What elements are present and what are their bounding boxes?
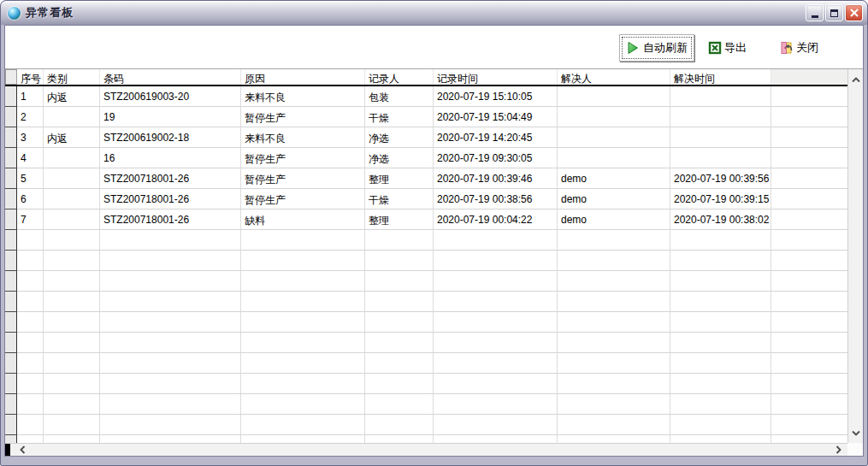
cell-reason[interactable] <box>241 312 365 333</box>
cell-barcode[interactable] <box>100 415 241 435</box>
cell-record_time[interactable] <box>434 353 558 374</box>
cell-resolver[interactable]: demo <box>558 168 670 189</box>
cell-reason[interactable] <box>241 415 365 435</box>
cell-reason[interactable] <box>241 394 365 415</box>
cell-category[interactable]: 内返 <box>44 127 100 148</box>
cell-barcode[interactable] <box>100 435 241 443</box>
cell-reason[interactable] <box>241 230 365 251</box>
cell-category[interactable] <box>44 189 100 209</box>
cell-resolve_time[interactable] <box>670 251 771 271</box>
cell-no[interactable]: 4 <box>17 148 44 168</box>
header-cell-record_time[interactable]: 记录时间 <box>434 69 558 85</box>
cell-reason[interactable]: 暂停生产 <box>241 189 365 209</box>
cell-resolve_time[interactable] <box>670 394 771 415</box>
cell-recorder[interactable] <box>365 251 434 271</box>
row-selector-cell[interactable] <box>5 415 17 435</box>
cell-no[interactable] <box>17 394 44 415</box>
cell-record_time[interactable]: 2020-07-19 09:30:05 <box>434 148 558 168</box>
cell-resolve_time[interactable] <box>670 415 771 435</box>
table-row-empty[interactable] <box>5 415 847 435</box>
cell-barcode[interactable]: 16 <box>100 148 241 168</box>
cell-reason[interactable] <box>241 292 365 312</box>
cell-resolver[interactable] <box>558 271 670 292</box>
close-button[interactable] <box>845 4 863 21</box>
row-selector-cell[interactable] <box>5 168 17 189</box>
row-selector-cell[interactable] <box>5 435 17 443</box>
cell-barcode[interactable]: STZ200718001-26 <box>100 189 241 209</box>
cell-category[interactable] <box>44 148 100 168</box>
table-row-empty[interactable] <box>5 251 847 271</box>
header-cell-resolve_time[interactable]: 解决时间 <box>670 69 771 85</box>
auto-refresh-button[interactable]: 自动刷新 <box>619 34 694 62</box>
cell-barcode[interactable]: STZ200619003-20 <box>100 86 241 107</box>
cell-no[interactable]: 5 <box>17 168 44 189</box>
row-selector-cell[interactable] <box>5 394 17 415</box>
cell-reason[interactable] <box>241 353 365 374</box>
cell-recorder[interactable]: 净选 <box>365 148 434 168</box>
cell-category[interactable] <box>44 168 100 189</box>
cell-resolver[interactable] <box>558 148 670 168</box>
table-row-empty[interactable] <box>5 312 847 333</box>
cell-barcode[interactable] <box>100 312 241 333</box>
cell-barcode[interactable] <box>100 374 241 394</box>
cell-no[interactable]: 3 <box>17 127 44 148</box>
table-row-empty[interactable] <box>5 230 847 251</box>
cell-record_time[interactable] <box>434 415 558 435</box>
cell-resolve_time[interactable]: 2020-07-19 00:38:02 <box>670 209 771 230</box>
cell-no[interactable] <box>17 374 44 394</box>
table-row[interactable]: 219暂停生产干燥2020-07-19 15:04:49 <box>5 107 847 127</box>
cell-reason[interactable]: 暂停生产 <box>241 148 365 168</box>
cell-no[interactable] <box>17 292 44 312</box>
cell-reason[interactable] <box>241 435 365 443</box>
cell-barcode[interactable]: STZ200619002-18 <box>100 127 241 148</box>
cell-category[interactable] <box>44 292 100 312</box>
cell-recorder[interactable]: 包装 <box>365 86 434 107</box>
cell-reason[interactable] <box>241 374 365 394</box>
maximize-button[interactable] <box>825 4 843 21</box>
row-selector-cell[interactable] <box>5 230 17 251</box>
cell-category[interactable] <box>44 333 100 353</box>
cell-no[interactable] <box>17 333 44 353</box>
table-row[interactable]: 7STZ200718001-26缺料整理2020-07-19 00:04:22d… <box>5 209 847 230</box>
row-selector-cell[interactable] <box>5 374 17 394</box>
cell-category[interactable] <box>44 271 100 292</box>
cell-no[interactable]: 7 <box>17 209 44 230</box>
table-row-empty[interactable] <box>5 353 847 374</box>
cell-recorder[interactable] <box>365 374 434 394</box>
hscroll-left-button[interactable] <box>16 445 28 455</box>
cell-record_time[interactable]: 2020-07-19 15:10:05 <box>434 86 558 107</box>
cell-record_time[interactable]: 2020-07-19 14:20:45 <box>434 127 558 148</box>
cell-barcode[interactable] <box>100 251 241 271</box>
cell-barcode[interactable] <box>100 353 241 374</box>
cell-record_time[interactable] <box>434 394 558 415</box>
cell-barcode[interactable] <box>100 394 241 415</box>
cell-recorder[interactable]: 干燥 <box>365 107 434 127</box>
cell-no[interactable] <box>17 353 44 374</box>
table-row-empty[interactable] <box>5 435 847 443</box>
cell-recorder[interactable] <box>365 333 434 353</box>
cell-resolver[interactable] <box>558 86 670 107</box>
cell-record_time[interactable] <box>434 312 558 333</box>
cell-resolver[interactable] <box>558 292 670 312</box>
cell-category[interactable] <box>44 435 100 443</box>
cell-reason[interactable]: 缺料 <box>241 209 365 230</box>
titlebar[interactable]: 异常看板 <box>1 1 867 25</box>
cell-barcode[interactable]: 19 <box>100 107 241 127</box>
cell-resolver[interactable] <box>558 353 670 374</box>
cell-barcode[interactable] <box>100 333 241 353</box>
cell-resolve_time[interactable] <box>670 312 771 333</box>
cell-resolve_time[interactable] <box>670 333 771 353</box>
cell-resolve_time[interactable] <box>670 292 771 312</box>
cell-no[interactable] <box>17 312 44 333</box>
cell-no[interactable]: 6 <box>17 189 44 209</box>
cell-recorder[interactable] <box>365 415 434 435</box>
cell-category[interactable] <box>44 353 100 374</box>
row-selector-cell[interactable] <box>5 209 17 230</box>
cell-record_time[interactable] <box>434 292 558 312</box>
table-row[interactable]: 3内返STZ200619002-18来料不良净选2020-07-19 14:20… <box>5 127 847 148</box>
row-selector-cell[interactable] <box>5 148 17 168</box>
vscroll-up-button[interactable] <box>850 74 862 85</box>
table-row[interactable]: 1内返STZ200619003-20来料不良包装2020-07-19 15:10… <box>5 86 847 107</box>
row-selector-cell[interactable] <box>5 333 17 353</box>
row-selector-cell[interactable] <box>5 86 17 107</box>
